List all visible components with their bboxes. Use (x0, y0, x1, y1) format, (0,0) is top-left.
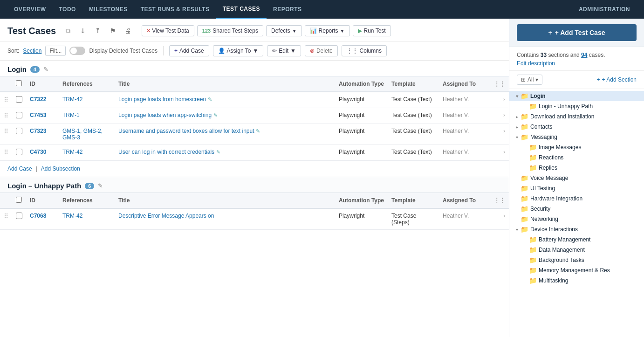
inline-edit-icon[interactable]: ✎ (208, 96, 212, 102)
tree-item[interactable]: 📁 Replies (509, 163, 644, 173)
cases-count-link[interactable]: 94 (581, 52, 587, 58)
columns-btn[interactable]: ⋮⋮ Columns (342, 45, 387, 56)
folder-icon: 📁 (529, 164, 537, 172)
shared-test-steps-btn[interactable]: 123 Shared Test Steps (197, 25, 263, 36)
nav-milestones[interactable]: MILESTONES (82, 0, 134, 19)
add-case-btn[interactable]: + Add Case (169, 45, 209, 56)
drag-handle[interactable]: ⠿ (4, 96, 8, 103)
row-checkbox[interactable] (16, 128, 22, 134)
tree-arrow-icon: ▸ (513, 124, 521, 130)
section2-edit-icon[interactable]: ✎ (98, 182, 103, 189)
tree-item[interactable]: ▸ 📁 Download and Installation (509, 111, 644, 122)
defects-btn[interactable]: Defects ▼ (266, 25, 302, 36)
add-test-case-btn[interactable]: + + Add Test Case (517, 24, 637, 41)
tree-item[interactable]: 📁 Image Messages (509, 142, 644, 152)
filter-btn[interactable]: Filt... (45, 46, 66, 56)
tree-item[interactable]: 📁 Networking (509, 214, 644, 224)
drag-handle[interactable]: ⠿ (4, 112, 8, 119)
nav-todo[interactable]: TODO (52, 0, 82, 19)
flag-icon-btn[interactable]: ⚑ (106, 24, 119, 37)
row-checkbox[interactable] (16, 149, 22, 155)
case-ref[interactable]: GMS-1, GMS-2, GMS-3 (62, 128, 103, 141)
tree-item[interactable]: 📁 UI Testing (509, 183, 644, 193)
folder-icon: 📁 (521, 123, 528, 131)
tree-item[interactable]: ▾ 📁 Messaging (509, 132, 644, 142)
tree-item[interactable]: 📁 Login - Unhappy Path (509, 101, 644, 111)
select-all-2[interactable] (16, 197, 22, 203)
reports-btn[interactable]: 📊 Reports ▼ (305, 25, 350, 36)
row-expand-btn[interactable]: › (490, 108, 509, 124)
drag-handle[interactable]: ⠿ (4, 128, 8, 135)
case-id[interactable]: C7068 (30, 213, 46, 219)
sidebar: + + Add Test Case Contains 33 sections a… (509, 19, 644, 337)
tree-item[interactable]: 📁 Battery Management (509, 234, 644, 245)
run-test-btn[interactable]: ▶ Run Test (353, 25, 391, 36)
row-expand-btn[interactable]: › (490, 124, 509, 145)
row-checkbox[interactable] (16, 96, 22, 103)
all-sections-dropdown[interactable]: ⊞ All ▾ (517, 75, 542, 85)
select-all-1[interactable] (16, 80, 22, 86)
case-title[interactable]: Username and password text boxes allow f… (118, 128, 254, 134)
inline-edit-icon[interactable]: ✎ (216, 149, 220, 155)
row-checkbox[interactable] (16, 213, 22, 219)
tree-item[interactable]: 📁 Hardware Integration (509, 193, 644, 204)
chart-icon: 📊 (310, 28, 317, 34)
nav-reports[interactable]: REPORTS (267, 0, 308, 19)
case-ref[interactable]: TRM-42 (62, 96, 82, 103)
nav-administration[interactable]: ADMINISTRATION (572, 0, 637, 19)
row-checkbox[interactable] (16, 112, 22, 118)
nav-overview[interactable]: OVERVIEW (7, 0, 52, 19)
drag-handle[interactable]: ⠿ (4, 149, 8, 156)
tree-item[interactable]: 📁 Security (509, 204, 644, 214)
add-section-btn[interactable]: + + Add Section (597, 76, 637, 83)
section1-edit-icon[interactable]: ✎ (43, 66, 48, 73)
copy-icon-btn[interactable]: ⧉ (62, 24, 75, 37)
nav-test-cases[interactable]: TEST CASES (216, 0, 267, 19)
tree-item[interactable]: 📁 Reactions (509, 152, 644, 163)
case-id[interactable]: C7323 (30, 128, 46, 134)
import-icon-btn[interactable]: ⤓ (76, 24, 89, 37)
nav-test-runs[interactable]: TEST RUNS & RESULTS (134, 0, 216, 19)
inline-edit-icon[interactable]: ✎ (256, 128, 260, 134)
col-id-2: ID (26, 193, 59, 209)
tree-item[interactable]: 📁 Data Management (509, 245, 644, 255)
delete-btn[interactable]: ⊗ Delete (305, 45, 338, 56)
tree-item[interactable]: ▸ 📁 Contacts (509, 122, 644, 132)
case-title[interactable]: Login page loads when app-switching (118, 112, 212, 118)
case-title[interactable]: Descriptive Error Message Appears on (118, 213, 214, 219)
case-id[interactable]: C7453 (30, 112, 46, 118)
tree-item[interactable]: 📁 Voice Message (509, 173, 644, 183)
row-expand-btn[interactable]: › (490, 92, 509, 108)
main-content: Test Cases ⧉ ⤓ ⤒ ⚑ 🖨 × View Test Data 12… (0, 19, 509, 337)
add-subsection-link-1[interactable]: Add Subsection (41, 165, 80, 172)
tree-item[interactable]: ▾ 📁 Login (509, 91, 644, 101)
case-title[interactable]: User can log in with correct credentials (118, 149, 214, 155)
case-ref[interactable]: TRM-1 (62, 112, 80, 118)
tree-item[interactable]: 📁 Background Tasks (509, 255, 644, 265)
row-expand-btn[interactable]: › (490, 145, 509, 161)
drag-handle[interactable]: ⠿ (4, 213, 8, 220)
col-auto-2: Automation Type (335, 193, 388, 209)
assign-to-btn[interactable]: 👤 Assign To ▼ (213, 45, 264, 56)
case-ref[interactable]: TRM-42 (62, 149, 82, 155)
plus-section-icon: + (597, 76, 600, 83)
display-deleted-toggle[interactable] (69, 47, 85, 55)
inline-edit-icon[interactable]: ✎ (213, 112, 218, 118)
case-id[interactable]: C7322 (30, 96, 46, 103)
case-title[interactable]: Login page loads from homescreen (118, 96, 206, 103)
print-icon-btn[interactable]: 🖨 (121, 24, 134, 37)
case-id[interactable]: C4730 (30, 149, 46, 155)
tree-item[interactable]: 📁 Multitasking (509, 275, 644, 286)
folder-icon: 📁 (521, 205, 528, 213)
view-test-data-btn[interactable]: × View Test Data (142, 25, 194, 36)
tree-item[interactable]: 📁 Memory Management & Res (509, 265, 644, 275)
tree-item[interactable]: ▾ 📁 Device Interactions (509, 224, 644, 234)
sort-value[interactable]: Section (23, 48, 41, 54)
tree-item-label: Security (530, 206, 550, 212)
add-case-link-1[interactable]: Add Case (7, 165, 32, 172)
edit-description-link[interactable]: Edit description (517, 60, 637, 67)
case-ref[interactable]: TRM-42 (62, 213, 82, 219)
export-icon-btn[interactable]: ⤒ (91, 24, 104, 37)
edit-btn[interactable]: ✏ Edit ▼ (267, 45, 301, 56)
row-expand-btn[interactable]: › (490, 208, 509, 230)
